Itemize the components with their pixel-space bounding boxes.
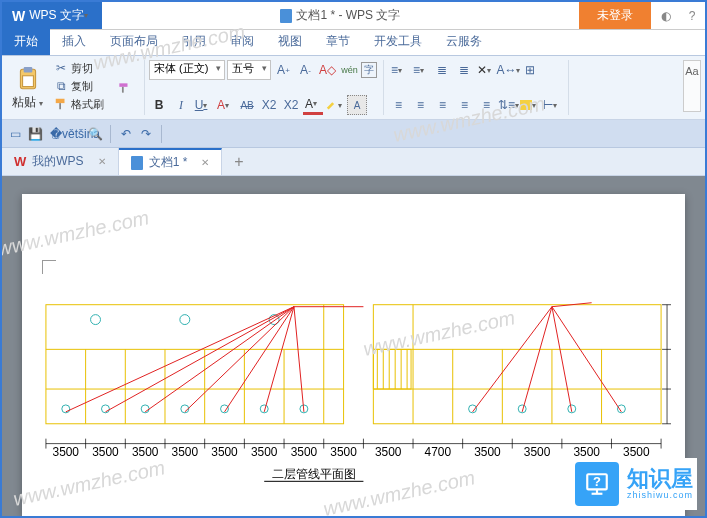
svg-line-49 — [264, 307, 294, 412]
drawing-title: 二层管线平面图 — [272, 467, 356, 481]
format-painter-button[interactable]: 格式刷 — [53, 96, 104, 112]
close-icon[interactable]: ✕ — [201, 157, 209, 168]
svg-line-52 — [473, 307, 552, 412]
text-direction-button[interactable]: ✕▾ — [476, 60, 496, 80]
svg-text:4700: 4700 — [425, 445, 452, 459]
undo-icon[interactable]: ↶ — [117, 125, 135, 143]
scissors-icon: ✂ — [53, 60, 69, 76]
styles-pane-toggle[interactable]: Aa — [683, 60, 701, 112]
align-left-alt-button[interactable]: A↔▾ — [498, 60, 518, 80]
margin-marker — [42, 260, 56, 274]
tab-my-wps-label: 我的WPS — [32, 153, 83, 170]
svg-rect-1 — [23, 67, 32, 72]
bold-button[interactable]: B — [149, 95, 169, 115]
char-border-button[interactable]: 字 — [361, 62, 377, 78]
close-icon[interactable]: ✕ — [98, 156, 106, 167]
copy-icon: ⧉ — [53, 78, 69, 94]
wps-logo-icon: W — [12, 8, 25, 24]
bullets-button[interactable]: ≡▾ — [388, 60, 408, 80]
new-tab-button[interactable]: + — [222, 153, 255, 171]
zhishiwu-url: zhishiwu.com — [627, 490, 693, 500]
svg-text:3500: 3500 — [524, 445, 551, 459]
copy-button[interactable]: ⧉复制 — [53, 78, 104, 94]
svg-line-45 — [105, 307, 294, 412]
shading-button[interactable]: ▾ — [520, 95, 540, 115]
tab-page-layout[interactable]: 页面布局 — [98, 28, 170, 55]
zhishiwu-badge[interactable]: ? 知识屋 zhishiwu.com — [571, 458, 697, 510]
italic-button[interactable]: I — [171, 95, 191, 115]
font-size-select[interactable]: 五号 — [227, 60, 271, 80]
skin-icon[interactable]: ◐ — [657, 7, 675, 25]
numbering-button[interactable]: ≡▾ — [410, 60, 430, 80]
svg-text:3500: 3500 — [92, 445, 119, 459]
window-title-text: 文档1 * - WPS 文字 — [296, 7, 400, 24]
zhishiwu-title: 知识屋 — [627, 468, 693, 490]
superscript-button[interactable]: X2 — [259, 95, 279, 115]
new-icon[interactable]: ▭ — [6, 125, 24, 143]
align-left-button[interactable]: ≡ — [388, 95, 408, 115]
tab-my-wps[interactable]: W 我的WPS ✕ — [2, 148, 119, 175]
quick-access-toolbar: ▭ 💾 ⎙ �většina 🔍 ↶ ↷ — [2, 120, 705, 148]
tab-document-1[interactable]: 文档1 * ✕ — [119, 148, 223, 175]
tab-developer[interactable]: 开发工具 — [362, 28, 434, 55]
format-painter-big[interactable] — [110, 60, 138, 115]
tab-insert[interactable]: 插入 — [50, 28, 98, 55]
login-button[interactable]: 未登录 — [579, 2, 651, 29]
borders-button[interactable]: ⊞ — [520, 60, 540, 80]
strikethrough-button[interactable]: A▾ — [215, 95, 235, 115]
svg-point-38 — [180, 315, 190, 325]
outdent-button[interactable]: ≣ — [432, 60, 452, 80]
underline-button[interactable]: U▾ — [193, 95, 213, 115]
cut-button[interactable]: ✂剪切 — [53, 60, 104, 76]
pinyin-button[interactable]: wén — [339, 60, 359, 80]
tab-document-1-label: 文档1 * — [149, 154, 188, 171]
app-menu-button[interactable]: W WPS 文字 ▾ — [2, 2, 102, 29]
preview-icon[interactable]: 🔍 — [86, 125, 104, 143]
font-name-select[interactable]: 宋体 (正文) — [149, 60, 225, 80]
zhishiwu-icon: ? — [575, 462, 619, 506]
redo-icon[interactable]: ↷ — [137, 125, 155, 143]
svg-text:3500: 3500 — [375, 445, 402, 459]
clear-format-button[interactable]: A◇ — [317, 60, 337, 80]
tab-view[interactable]: 视图 — [266, 28, 314, 55]
svg-text:3500: 3500 — [291, 445, 318, 459]
font-color-button[interactable]: A▾ — [303, 95, 323, 115]
svg-rect-3 — [56, 99, 65, 103]
print-preview-icon[interactable]: �většina — [66, 125, 84, 143]
tab-references[interactable]: 引用 — [170, 28, 218, 55]
svg-text:3500: 3500 — [53, 445, 80, 459]
increase-font-button[interactable]: A+ — [273, 60, 293, 80]
svg-text:?: ? — [593, 474, 601, 489]
align-distribute-button[interactable]: ≡ — [476, 95, 496, 115]
subscript-button[interactable]: X2 — [281, 95, 301, 115]
help-icon[interactable]: ? — [683, 7, 701, 25]
char-shading-button[interactable]: A — [347, 95, 367, 115]
svg-rect-4 — [59, 103, 61, 109]
svg-line-50 — [294, 307, 304, 412]
svg-text:3500: 3500 — [474, 445, 501, 459]
tab-start[interactable]: 开始 — [2, 28, 50, 55]
svg-text:3500: 3500 — [132, 445, 159, 459]
line-spacing-button[interactable]: ⇅≡▾ — [498, 95, 518, 115]
decrease-font-button[interactable]: A- — [295, 60, 315, 80]
save-icon[interactable]: 💾 — [26, 125, 44, 143]
app-name: WPS 文字 — [29, 7, 84, 24]
tab-review[interactable]: 审阅 — [218, 28, 266, 55]
svg-line-46 — [145, 307, 294, 412]
align-center-button[interactable]: ≡ — [410, 95, 430, 115]
ribbon: 粘贴 ▾ ✂剪切 ⧉复制 格式刷 宋体 (正文) 五号 A+ A- A◇ wén… — [2, 56, 705, 120]
align-justify-button[interactable]: ≡ — [454, 95, 474, 115]
clipboard-icon — [14, 65, 42, 93]
tab-section[interactable]: 章节 — [314, 28, 362, 55]
tab-cloud[interactable]: 云服务 — [434, 28, 494, 55]
paste-button[interactable]: 粘贴 ▾ — [8, 60, 47, 115]
separator — [110, 125, 111, 143]
align-right-button[interactable]: ≡ — [432, 95, 452, 115]
wps-icon: W — [14, 154, 26, 169]
title-bar: W WPS 文字 ▾ 文档1 * - WPS 文字 未登录 ◐ ? — [2, 2, 705, 30]
highlight-button[interactable]: ▾ — [325, 95, 345, 115]
indent-button[interactable]: ≣ — [454, 60, 474, 80]
emphasis-button[interactable]: AB — [237, 95, 257, 115]
tab-stops-button[interactable]: ⊢▾ — [542, 95, 562, 115]
svg-text:3500: 3500 — [623, 445, 650, 459]
